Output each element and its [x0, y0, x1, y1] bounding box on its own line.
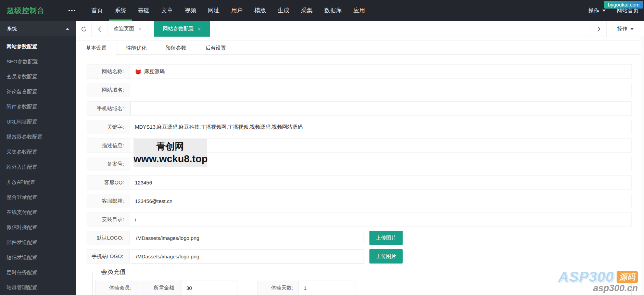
sidebar-item-open-api[interactable]: 开放API配置	[0, 175, 76, 190]
tab-action-label: 操作	[617, 26, 628, 32]
tab-basic-settings[interactable]: 基本设置	[76, 41, 116, 55]
chevron-down-icon	[630, 28, 634, 30]
sidebar-item-online-pay[interactable]: 在线支付配置	[0, 205, 76, 220]
tab-bar-spacer	[210, 21, 591, 37]
asp300-logo-text: ASP300	[558, 269, 614, 285]
sidebar-group-title: 系统	[7, 25, 17, 32]
sidebar-item-comment[interactable]: 评论留言配置	[0, 84, 76, 99]
site-name-value: 麻豆源码	[144, 68, 165, 75]
main-content: 基本设置 性能优化 预留参数 后台设置 网站名称: 麻豆源码 网站域名:	[76, 37, 644, 295]
sidebar-item-player[interactable]: 播放器参数配置	[0, 129, 76, 144]
service-email-field[interactable]: 123456@test.cn	[130, 194, 631, 208]
qingchuang-watermark: 青创网 www.wcku8.top	[134, 139, 207, 167]
sidebar-group-system[interactable]: 系统	[0, 21, 76, 36]
form-row-mobile-logo: 手机站LOGO: 上传图片	[87, 249, 632, 264]
tab-site-params[interactable]: 网站参数配置 ×	[154, 21, 210, 37]
sidebar-item-sms-send[interactable]: 短信发送配置	[0, 250, 76, 265]
header-action-label: 操作	[588, 7, 599, 14]
sidebar-item-wechat[interactable]: 微信对接配置	[0, 220, 76, 235]
trial-days-label: 体验天数:	[257, 281, 299, 295]
top-bar: 超级控制台 首页 系统 基础 文章 视频 网址 用户 模版 生成 采集 数据库 …	[0, 0, 644, 21]
tab-label: 欢迎页面	[114, 26, 134, 32]
nav-item-generate[interactable]: 生成	[272, 0, 295, 21]
nav-item-article[interactable]: 文章	[155, 0, 179, 21]
sidebar-item-url-config[interactable]: URL地址配置	[0, 114, 76, 129]
bygoukai-badge[interactable]: bygoukai.com	[604, 1, 643, 9]
chevron-right-icon	[597, 26, 601, 32]
devil-emoji-icon	[135, 69, 141, 75]
header-action-dropdown[interactable]: 操作	[588, 7, 606, 14]
nav-item-url[interactable]: 网址	[202, 0, 225, 21]
field-label: 安装目录:	[87, 213, 130, 226]
page-tab-bar: 欢迎页面 × 网站参数配置 × 操作	[76, 21, 644, 37]
form-row-mobile-domain: 手机站域名:	[87, 101, 632, 116]
field-label: 关键字:	[87, 120, 130, 134]
keywords-field[interactable]: MDYS13,麻豆源码,麻豆科技,主播视频网,主播视频,视频源码,视频网站源码	[130, 120, 631, 134]
field-label: 手机站域名:	[87, 102, 130, 115]
sidebar-item-external-store[interactable]: 站外入库配置	[0, 159, 76, 175]
sidebar-item-oauth-login[interactable]: 整合登录配置	[0, 190, 76, 205]
trial-days-input[interactable]	[299, 281, 355, 295]
nav-item-system[interactable]: 系统	[109, 0, 132, 21]
trial-member-label: 体验会员:	[95, 281, 137, 295]
field-label: 客服QQ:	[87, 176, 130, 189]
nav-item-home[interactable]: 首页	[86, 0, 109, 21]
upload-image-button[interactable]: 上传图片	[369, 231, 403, 245]
member-trial-row: 体验会员: 所需金额: 体验天数:	[95, 281, 631, 295]
sidebar-item-email-send[interactable]: 邮件发送配置	[0, 235, 76, 250]
form-row-service-qq: 客服QQ: 123456	[87, 175, 632, 190]
scrollbar[interactable]	[641, 37, 644, 295]
sidebar: 系统 网站参数配置 SEO参数配置 会员参数配置 评论留言配置 附件参数配置 U…	[0, 21, 76, 295]
sidebar-item-site-params[interactable]: 网站参数配置	[0, 39, 76, 54]
required-amount-input[interactable]	[181, 281, 238, 295]
field-label: 网站域名:	[87, 83, 130, 97]
site-name-field[interactable]: 麻豆源码	[130, 65, 631, 78]
tab-welcome-page[interactable]: 欢迎页面 ×	[108, 21, 148, 37]
member-recharge-section: 会员充值 体验会员: 所需金额: 体验天数:	[92, 268, 632, 295]
tab-performance[interactable]: 性能优化	[116, 41, 156, 54]
watermark-title: 青创网	[134, 140, 207, 153]
default-logo-input[interactable]	[131, 231, 364, 245]
install-dir-field[interactable]: /	[130, 213, 631, 226]
tab-reserved-params[interactable]: 预留参数	[156, 41, 196, 54]
sidebar-item-site-group[interactable]: 站群管理配置	[0, 280, 76, 295]
settings-tabs: 基本设置 性能优化 预留参数 后台设置	[76, 40, 644, 55]
form-row-service-email: 客服邮箱: 123456@test.cn	[87, 194, 632, 208]
more-menu-icon[interactable]	[68, 10, 75, 11]
nav-item-basic[interactable]: 基础	[132, 0, 155, 21]
upload-image-button[interactable]: 上传图片	[369, 249, 403, 264]
sidebar-item-member-params[interactable]: 会员参数配置	[0, 69, 76, 84]
nav-item-database[interactable]: 数据库	[318, 0, 348, 21]
close-icon[interactable]: ×	[138, 26, 141, 32]
tabs-scroll-right-button[interactable]	[591, 21, 606, 37]
mobile-domain-input[interactable]	[130, 102, 631, 115]
form-row-install-dir: 安装目录: /	[87, 212, 632, 227]
member-recharge-legend: 会员充值	[98, 268, 129, 276]
nav-item-app[interactable]: 应用	[348, 0, 371, 21]
top-nav: 首页 系统 基础 文章 视频 网址 用户 模版 生成 采集 数据库 应用	[86, 0, 371, 21]
tab-backend-settings[interactable]: 后台设置	[196, 41, 236, 54]
nav-item-collect[interactable]: 采集	[295, 0, 318, 21]
sidebar-item-seo-params[interactable]: SEO参数配置	[0, 54, 76, 69]
site-domain-field[interactable]	[130, 83, 631, 97]
field-label: 描述信息:	[87, 139, 130, 152]
chevron-down-icon	[602, 10, 606, 12]
service-qq-field[interactable]: 123456	[130, 176, 631, 189]
refresh-button[interactable]	[76, 21, 92, 37]
tab-label: 网站参数配置	[163, 26, 194, 32]
nav-item-user[interactable]: 用户	[225, 0, 249, 21]
nav-item-video[interactable]: 视频	[179, 0, 202, 21]
field-label: 网站名称:	[87, 65, 130, 78]
sidebar-item-attachment[interactable]: 附件参数配置	[0, 99, 76, 114]
field-label: 客服邮箱:	[87, 194, 130, 208]
mobile-logo-input[interactable]	[131, 249, 364, 264]
tab-action-dropdown[interactable]: 操作	[606, 21, 644, 37]
sidebar-item-collect[interactable]: 采集参数配置	[0, 144, 76, 159]
sidebar-item-cron-task[interactable]: 定时任务配置	[0, 265, 76, 280]
close-icon[interactable]: ×	[198, 26, 201, 32]
form-row-default-logo: 默认LOGO: 上传图片	[87, 231, 632, 245]
tabs-scroll-left-button[interactable]	[92, 21, 108, 37]
refresh-icon	[80, 26, 87, 33]
nav-item-template[interactable]: 模版	[249, 0, 272, 21]
form-row-site-domain: 网站域名:	[87, 83, 632, 97]
